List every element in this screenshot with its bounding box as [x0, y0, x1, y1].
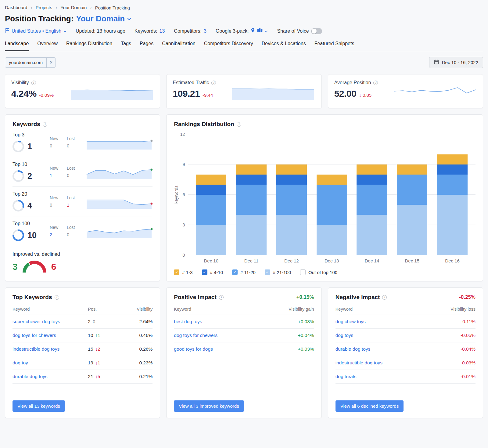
- visibility-loss-value: -0.05%: [461, 333, 475, 338]
- average-position-value: 52.00: [334, 89, 357, 99]
- bar-dec-10[interactable]: [191, 134, 231, 255]
- view-all-keywords-button[interactable]: View all 13 keywords: [13, 400, 65, 412]
- map-pin-icon[interactable]: [251, 28, 255, 34]
- checkbox-icon: [202, 269, 207, 275]
- lost-value: 0: [67, 173, 75, 178]
- breadcrumb-projects[interactable]: Projects: [36, 5, 61, 10]
- bar-dec-15[interactable]: [392, 134, 432, 255]
- x-axis-label: Dec 11: [231, 258, 271, 263]
- keywords-count-link[interactable]: 13: [160, 28, 165, 34]
- keyword-link[interactable]: good toys for dogs: [174, 346, 213, 352]
- bucket-sparkline: [86, 224, 152, 238]
- info-icon[interactable]: [55, 295, 59, 300]
- tab-featured-snippets[interactable]: Featured Snippets: [314, 40, 354, 51]
- position-value: 2: [88, 319, 91, 324]
- tab-rankings-distribution[interactable]: Rankings Distribution: [66, 40, 112, 51]
- info-icon[interactable]: [211, 81, 216, 85]
- breadcrumb-your-domain[interactable]: Your Domain: [60, 5, 95, 10]
- breadcrumb-dashboard[interactable]: Dashboard: [5, 5, 36, 10]
- tab-devices-locations[interactable]: Devices & Locations: [262, 40, 306, 51]
- tab-tags[interactable]: Tags: [121, 40, 131, 51]
- info-icon[interactable]: [43, 122, 47, 127]
- info-icon[interactable]: [237, 122, 241, 127]
- page-title: Position Tracking:: [5, 14, 74, 23]
- keyword-link[interactable]: durable dog toys: [336, 346, 371, 352]
- improved-vs-declined: Improved vs. declined 3 6: [13, 246, 152, 273]
- info-icon[interactable]: [382, 295, 387, 300]
- table-row: best dog toys +0.08%: [174, 315, 314, 329]
- visibility-value: 2.64%: [122, 319, 152, 324]
- tab-landscape[interactable]: Landscape: [5, 40, 29, 51]
- lost-value[interactable]: 1: [67, 202, 75, 208]
- legend-label: Out of top 100: [308, 270, 337, 275]
- local-pack-icon[interactable]: [257, 28, 263, 34]
- bar-dec-16[interactable]: [432, 134, 472, 255]
- legend-filter-21-100[interactable]: # 21-100: [265, 269, 291, 275]
- estimated-traffic-value: 109.21: [173, 89, 200, 99]
- bar-dec-14[interactable]: [352, 134, 392, 255]
- legend-filter-11-20[interactable]: # 11-20: [232, 269, 256, 275]
- keyword-link[interactable]: super chewer dog toys: [13, 319, 88, 324]
- competitors-count-link[interactable]: 3: [204, 28, 206, 34]
- location-language-selector[interactable]: United States • English: [12, 28, 61, 34]
- column-visibility: Visibility: [122, 307, 152, 312]
- view-declined-keywords-button[interactable]: View all 6 declined keywords: [336, 400, 404, 412]
- bar-dec-12[interactable]: [271, 134, 312, 255]
- keywords-row-top-3: Top 3 1 New 0 Lost 0: [13, 128, 152, 157]
- date-range-picker[interactable]: Dec 10 - 16, 2022: [429, 57, 483, 68]
- position-value: 21: [88, 374, 93, 379]
- y-axis-title: keywords: [174, 134, 179, 255]
- column-keyword: Keyword: [336, 307, 353, 312]
- domain-selector[interactable]: Your Domain: [76, 14, 125, 23]
- keyword-link[interactable]: dog treats: [336, 374, 357, 379]
- table-header: Keyword Pos. Visibility: [13, 303, 152, 315]
- chevron-down-icon[interactable]: [265, 28, 268, 34]
- new-label: New: [50, 225, 58, 230]
- tab-competitors-discovery[interactable]: Competitors Discovery: [204, 40, 253, 51]
- new-value[interactable]: 2: [50, 232, 58, 237]
- legend-label: # 11-20: [240, 270, 256, 275]
- share-of-voice-toggle[interactable]: [311, 28, 322, 34]
- new-value[interactable]: 1: [50, 173, 58, 178]
- position-change: 0: [93, 319, 95, 324]
- keyword-link[interactable]: indestructible dog toys: [336, 360, 382, 366]
- tab-pages[interactable]: Pages: [140, 40, 153, 51]
- keyword-link[interactable]: dog toys for chewers: [174, 333, 217, 338]
- legend-filter-4-10[interactable]: # 4-10: [202, 269, 223, 275]
- keyword-link[interactable]: best dog toys: [174, 319, 202, 324]
- keyword-link[interactable]: dog chew toys: [336, 319, 366, 324]
- table-row: dog toys -0.05%: [336, 329, 475, 342]
- visibility-loss-value: -0.03%: [461, 360, 475, 366]
- keyword-link[interactable]: indestructible dog toys: [13, 346, 88, 352]
- y-axis-tick: 3: [183, 222, 185, 227]
- keyword-link[interactable]: durable dog toys: [13, 374, 88, 379]
- improved-count: 3: [13, 262, 18, 272]
- bar-segment: [236, 164, 267, 175]
- keyword-link[interactable]: dog toys: [336, 333, 353, 338]
- negative-impact-total: -0.25%: [459, 294, 475, 300]
- keyword-link[interactable]: dog toys for chewers: [13, 333, 88, 338]
- bar-segment: [437, 154, 468, 164]
- domain-filter-chip[interactable]: yourdomain.com: [5, 57, 56, 68]
- share-of-voice-label: Share of Voice: [277, 28, 309, 34]
- view-improved-keywords-button[interactable]: View all 3 improved keywords: [174, 400, 244, 412]
- chevron-down-icon[interactable]: [63, 28, 66, 34]
- table-header: Keyword Visibility gain: [174, 303, 314, 315]
- legend-filter-1-3[interactable]: # 1-3: [174, 269, 192, 275]
- close-icon[interactable]: [46, 58, 56, 67]
- bar-dec-13[interactable]: [312, 134, 352, 255]
- info-icon[interactable]: [219, 295, 224, 300]
- rankings-y-ticks: 036912: [179, 134, 188, 255]
- info-icon[interactable]: [373, 81, 378, 85]
- tab-overview[interactable]: Overview: [37, 40, 58, 51]
- x-axis-label: Dec 15: [392, 258, 432, 263]
- bar-dec-11[interactable]: [231, 134, 271, 255]
- legend-filter-out-of-top-100[interactable]: Out of top 100: [300, 269, 337, 275]
- lost-label: Lost: [67, 195, 75, 200]
- info-icon[interactable]: [31, 81, 36, 85]
- x-axis-label: Dec 14: [352, 258, 392, 263]
- keyword-link[interactable]: dog toy: [13, 360, 88, 366]
- chevron-down-icon[interactable]: [127, 16, 131, 22]
- tab-cannibalization[interactable]: Cannibalization: [162, 40, 195, 51]
- visibility-gain-value: +0.03%: [298, 346, 314, 352]
